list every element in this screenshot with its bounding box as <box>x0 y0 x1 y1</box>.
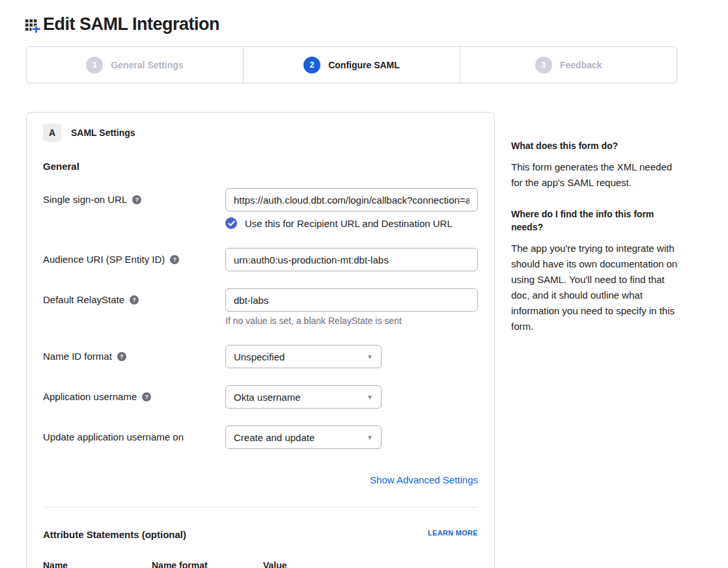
select-value: Okta username <box>234 392 301 403</box>
step-feedback[interactable]: 3 Feedback <box>460 47 677 83</box>
application-username-label: Application username ? <box>43 385 225 402</box>
column-header-name: Name <box>43 560 152 568</box>
section-divider <box>43 507 478 507</box>
attribute-statements-header: Attribute Statements (optional) LEARN MO… <box>43 529 478 540</box>
relay-state-label: Default RelayState ? <box>43 288 225 305</box>
help-sidebar: What does this form do? This form genera… <box>511 139 679 351</box>
card-title: SAML Settings <box>71 128 135 138</box>
relay-state-input[interactable] <box>225 288 478 312</box>
audience-uri-row: Audience URI (SP Entity ID) ? <box>43 248 478 271</box>
card-header: A SAML Settings <box>43 124 478 142</box>
help-answer-1: This form generates the XML needed for t… <box>511 159 679 191</box>
show-advanced-settings-link[interactable]: Show Advanced Settings <box>370 474 478 485</box>
help-icon[interactable]: ? <box>117 352 126 361</box>
field-label-text: Audience URI (SP Entity ID) <box>43 254 165 265</box>
name-id-format-row: Name ID format ? Unspecified ▼ <box>43 345 478 368</box>
general-section-heading: General <box>43 161 478 172</box>
column-header-value: Value <box>263 560 478 568</box>
audience-uri-input[interactable] <box>225 248 478 271</box>
help-answer-2: The app you're trying to integrate with … <box>511 241 679 334</box>
chevron-down-icon: ▼ <box>367 394 373 401</box>
select-value: Create and update <box>234 432 315 443</box>
audience-uri-label: Audience URI (SP Entity ID) ? <box>43 248 225 265</box>
attribute-statements-table-header: Name Name format Value <box>43 560 478 568</box>
step-configure-saml[interactable]: 2 Configure SAML <box>244 47 460 83</box>
edit-saml-integration-page: Edit SAML Integration 1 General Settings… <box>0 0 728 568</box>
step-number-badge: 1 <box>86 57 103 74</box>
recipient-url-checkbox-row: Use this for Recipient URL and Destinati… <box>225 217 478 229</box>
help-icon[interactable]: ? <box>142 392 151 401</box>
field-label-text: Application username <box>43 391 137 402</box>
sso-url-input[interactable] <box>225 188 478 211</box>
advanced-link-row: Show Advanced Settings <box>43 474 478 486</box>
field-label-text: Name ID format <box>43 351 112 362</box>
application-username-select[interactable]: Okta username ▼ <box>225 385 382 409</box>
page-title: Edit SAML Integration <box>43 14 219 34</box>
check-icon <box>228 220 235 227</box>
recipient-url-checkbox-label: Use this for Recipient URL and Destinati… <box>245 218 453 229</box>
application-username-row: Application username ? Okta username ▼ <box>43 385 478 409</box>
sso-url-label: Single sign-on URL ? <box>43 188 225 205</box>
relay-state-row: Default RelayState ? <box>43 288 478 312</box>
section-a-badge: A <box>43 124 61 142</box>
sso-url-row: Single sign-on URL ? <box>43 188 478 211</box>
help-icon[interactable]: ? <box>130 295 139 304</box>
update-username-label: Update application username on <box>43 426 225 442</box>
name-id-format-select[interactable]: Unspecified ▼ <box>225 345 382 368</box>
field-label-text: Single sign-on URL <box>43 194 127 205</box>
help-icon[interactable]: ? <box>170 255 179 264</box>
select-value: Unspecified <box>234 351 285 362</box>
chevron-down-icon: ▼ <box>367 353 373 360</box>
recipient-url-checkbox[interactable] <box>225 217 237 229</box>
step-label: General Settings <box>111 60 183 70</box>
app-grid-plus-icon <box>25 17 41 34</box>
attribute-statements-title: Attribute Statements (optional) <box>43 529 186 540</box>
step-wizard: 1 General Settings 2 Configure SAML 3 Fe… <box>26 46 677 83</box>
help-question-1: What does this form do? <box>511 139 679 152</box>
page-header: Edit SAML Integration <box>25 14 219 34</box>
step-label: Configure SAML <box>328 60 400 70</box>
relay-state-helper-text: If no value is set, a blank RelayState i… <box>225 316 478 326</box>
help-icon[interactable]: ? <box>132 195 141 204</box>
step-label: Feedback <box>560 60 602 70</box>
step-number-badge: 2 <box>303 57 320 74</box>
update-username-select[interactable]: Create and update ▼ <box>225 426 382 449</box>
update-username-row: Update application username on Create an… <box>43 426 478 449</box>
chevron-down-icon: ▼ <box>367 434 373 441</box>
saml-settings-card: A SAML Settings General Single sign-on U… <box>26 112 495 568</box>
learn-more-link[interactable]: LEARN MORE <box>428 529 478 537</box>
step-number-badge: 3 <box>535 57 552 74</box>
step-general-settings[interactable]: 1 General Settings <box>27 47 244 83</box>
column-header-name-format: Name format <box>152 560 263 568</box>
name-id-format-label: Name ID format ? <box>43 345 225 362</box>
help-question-2: Where do I find the info this form needs… <box>511 208 679 234</box>
field-label-text: Update application username on <box>43 431 184 442</box>
field-label-text: Default RelayState <box>43 294 124 305</box>
